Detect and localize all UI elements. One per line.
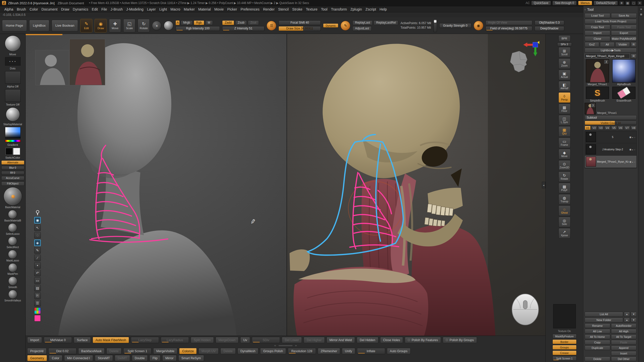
right-shelf-lower-button[interactable]: Split Screen 1 [552, 356, 577, 361]
right-shelf-lower-button[interactable]: Groups [552, 345, 577, 350]
spray-icon[interactable]: ▤ [34, 285, 41, 291]
bottom-button[interactable]: Split Hidden [191, 337, 214, 343]
tray-brush-item[interactable]: Smooth [8, 277, 17, 289]
menu-item[interactable]: Brush [15, 7, 28, 12]
menu-item[interactable]: Light [157, 7, 169, 12]
tray-brush-item[interactable]: SelectLasso [6, 223, 19, 235]
brush-sphere[interactable] [4, 187, 22, 206]
subtool-view-tab[interactable]: V1 [585, 126, 591, 130]
home-page-button[interactable]: Home Page [2, 20, 27, 31]
field-of-view-slider[interactable]: Field of view(deg) 39.59775 [486, 26, 532, 31]
material-sphere[interactable] [6, 107, 20, 121]
menu-item[interactable]: J-Brush [109, 7, 125, 12]
menu-item[interactable]: Zscript [364, 7, 378, 12]
subtool-action-button[interactable]: Copy [585, 340, 610, 345]
menu-item[interactable]: Movie [213, 7, 225, 12]
menu-item[interactable]: Zplugin [349, 7, 364, 12]
edge-panels-icon[interactable] [639, 8, 643, 11]
deep-shadow-slider[interactable]: DeepShadow [535, 26, 564, 31]
subtool-action-button[interactable]: Insert [611, 351, 637, 356]
subtool-action-button[interactable]: All To Home [585, 334, 610, 339]
folder-up-button[interactable] [624, 318, 630, 323]
scale-mode-button[interactable]: Scale [123, 19, 135, 32]
eraser-brush-thumbnail[interactable] [612, 87, 635, 99]
replay-last-rel-button[interactable]: ReplayLastRel [374, 20, 398, 25]
bottom-button[interactable]: Split Screen 1 [123, 348, 151, 354]
save-as-button[interactable]: Save As [611, 13, 637, 18]
fillobject-button[interactable]: FillObject [1, 182, 24, 186]
right-shelf-button[interactable]: ◧ AAHalf [558, 81, 571, 92]
rf-slider[interactable]: Rf 0 [1, 171, 24, 175]
menu-item[interactable]: Preferences [239, 7, 261, 12]
menu-item[interactable]: Material [196, 7, 213, 12]
bottom-button[interactable]: Smart ReSym [178, 355, 204, 361]
alpha-preview-icon[interactable] [164, 21, 173, 30]
bottom-button[interactable]: DelMT [115, 355, 130, 361]
lasso-icon[interactable]: ◌ [34, 232, 41, 239]
texture-on-label[interactable]: Texture On [558, 330, 571, 333]
tray-brush-item[interactable]: MaskLasso [6, 250, 19, 262]
menu-item[interactable]: Edit [90, 7, 100, 12]
move-mode-button[interactable]: Move [109, 19, 121, 32]
subtool-view-tab[interactable]: V2 [591, 126, 597, 130]
axis-gizmo[interactable] [523, 41, 539, 57]
pager-left-icon[interactable]: ‹‹ [274, 344, 276, 347]
zadd-button[interactable]: Zadd [222, 20, 234, 25]
reference-thumbnail-anatomy[interactable] [69, 39, 105, 85]
bottom-button[interactable]: Surface [74, 337, 91, 343]
brush-sphere[interactable] [8, 263, 17, 272]
adjust-last-button[interactable]: AdjustLast [352, 26, 372, 31]
bottom-button[interactable]: ProjectAll [27, 348, 47, 354]
bottom-button[interactable]: Color [49, 355, 62, 361]
display-toggle-icons[interactable] [632, 160, 635, 163]
eye-icon[interactable]: ◉ [34, 217, 41, 223]
rgb-button[interactable]: Rgb [194, 20, 204, 25]
color-picker-square[interactable] [5, 127, 21, 139]
live-boolean-button[interactable]: Live Boolean [52, 20, 78, 31]
bottom-button[interactable]: Unify [342, 348, 355, 354]
subtool-action-button[interactable]: All Low [585, 329, 610, 334]
goz-r-button[interactable]: R [631, 42, 637, 47]
stroke-replay-icon[interactable] [341, 21, 350, 30]
hue-strip[interactable] [5, 140, 21, 142]
tray-brush-item[interactable]: BasicMaterial [4, 187, 22, 209]
bottom-button[interactable]: MidValue 0 [44, 337, 72, 343]
z-intensity-slider[interactable]: Z Intensity 51 [222, 26, 264, 31]
tag-icon[interactable]: ◈ [34, 240, 41, 246]
view-angle-icon[interactable] [474, 21, 483, 30]
goz-visible-button[interactable]: Visible [615, 42, 630, 47]
make-polymesh3d-button[interactable]: Make PolyMesh3D [611, 36, 637, 41]
ruler-icon[interactable]: ∕ [34, 255, 41, 261]
brush-sphere[interactable] [8, 210, 17, 219]
undo-icon[interactable]: ↶ [34, 270, 41, 276]
tray-brush-item[interactable]: SmoothValleys [5, 290, 21, 302]
menu-item[interactable]: Document [40, 7, 59, 12]
rgb-intensity-slider[interactable]: Rgb Intensity 100 [176, 26, 220, 31]
visibility-eye-icon[interactable] [629, 136, 632, 139]
dot-icon[interactable]: • [34, 262, 41, 269]
bottom-button[interactable]: Dist 0.02 [48, 348, 76, 354]
focal-shift-slider[interactable]: Focal Shift 40 [278, 20, 321, 25]
current-tool-sphere[interactable] [5, 35, 21, 52]
right-shelf-button[interactable]: ◌ Ghost [558, 205, 571, 216]
bottom-button[interactable]: Colorize [179, 348, 197, 354]
visibility-eye-icon[interactable] [629, 148, 632, 151]
menu-item[interactable]: Texture [304, 7, 319, 12]
menu-item[interactable]: Alpha [3, 7, 15, 12]
edit-mode-button[interactable]: Edit [80, 19, 92, 32]
load-tools-from-project-button[interactable]: Load Tools From Project [585, 19, 637, 24]
visible-count-slider[interactable]: Visible Count 14 [585, 121, 637, 125]
close-window-icon[interactable] [637, 1, 642, 5]
subtool-view-tab[interactable]: V7 [624, 126, 630, 130]
reference-thumbnail-gray[interactable] [35, 50, 69, 85]
import-button[interactable]: Import [585, 30, 610, 35]
right-shelf-lower-button[interactable]: Crease [552, 350, 577, 355]
right-shelf-button[interactable]: ▦ Floor [558, 104, 571, 114]
menu-item[interactable]: Color [28, 7, 39, 12]
goz-all-button[interactable]: All [600, 42, 615, 47]
draw-size-slider[interactable]: Draw Size 36.93311 [278, 26, 321, 31]
menu-item[interactable]: Macro [169, 7, 182, 12]
right-shelf-button[interactable]: ⊙ Zoom3D [558, 160, 571, 171]
right-shelf-button[interactable]: ▣ Actual [558, 70, 571, 80]
menu-item[interactable]: Picker [225, 7, 239, 12]
